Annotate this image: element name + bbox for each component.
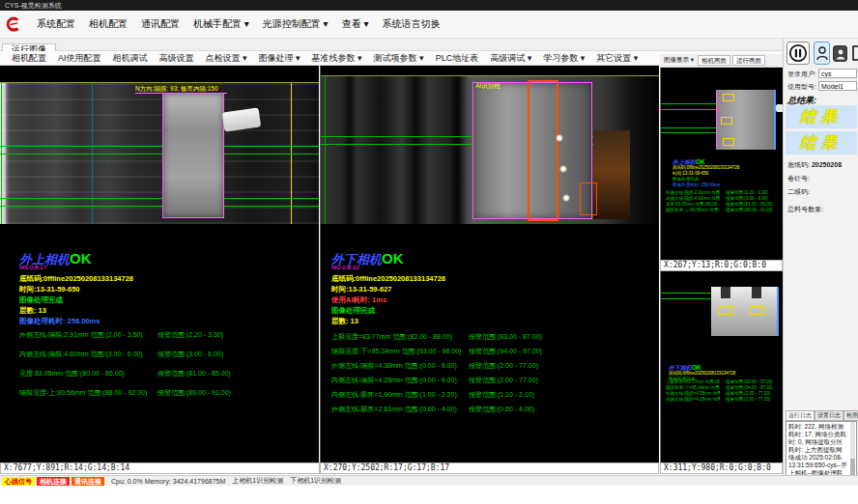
tool-other-settings[interactable]: 其它设置 ▾ — [590, 52, 644, 65]
log-scrollbar-thumb[interactable] — [850, 459, 855, 476]
measurement-value: 外侧左线-隔膜:2.91mm 范围:(2.00 - 3.50) — [19, 330, 143, 340]
aux-bottom-camera-view[interactable]: 外下相机OK 底纸码:0ffline20250208133134728 图像处理… — [660, 271, 783, 462]
menu-item-light-config[interactable]: 光源控制配置 ▾ — [256, 17, 335, 31]
exit-door-icon — [850, 44, 858, 62]
menu-item-comm-config[interactable]: 通讯配置 — [134, 17, 186, 31]
measurement-value: 宽度:83.05mm 范围:(80.00 - 86.00) — [19, 369, 125, 378]
measurement-alarm: 报警范围:(2.00 - 77.00) — [469, 361, 538, 371]
tool-camera-debug[interactable]: 相机调试 — [107, 52, 154, 65]
measurement-row: 内侧左线-极耳=1.90mm 范围:(1.00 - 2.20) 报警范围:(1.… — [321, 390, 659, 400]
measurement-row: 内侧左线-隔膜:4.60mm 范围:(3.00 - 6.00) 报警范围:(3.… — [0, 350, 319, 359]
exit-button[interactable] — [850, 43, 858, 63]
switch-user-button[interactable] — [833, 45, 847, 62]
baseline-green — [661, 298, 711, 299]
log-tab-detect[interactable]: 检测日志 — [844, 410, 858, 421]
baseline-green — [661, 103, 716, 104]
menu-item-camera-config[interactable]: 相机配置 — [82, 17, 134, 31]
baseline-green — [661, 127, 716, 128]
tool-test-params[interactable]: 测试项参数 ▾ — [368, 52, 430, 65]
base-barcode-label: 底纸码: — [787, 161, 810, 168]
model-label: 使用型号: — [787, 83, 816, 90]
measurement-row: 隔膜宽度-上:90.56mm 范围:(88.00 - 92.00) 报警范围:(… — [0, 388, 319, 398]
baseline-green — [661, 132, 716, 133]
measurement-alarm: 报警范围:(2.20 - 3.30) — [157, 330, 223, 340]
measurement-row: 内侧左线-隔膜=4.28mm 范围:(0.00 - 9.00) 报警范围:(2.… — [321, 376, 659, 385]
tool-plc-address-table[interactable]: PLC地址表 — [430, 52, 485, 65]
tool-camera-config[interactable]: 相机配置 — [6, 52, 52, 65]
menu-item-system-config[interactable]: 系统配置 — [30, 17, 82, 31]
tool-spot-check[interactable]: 点检设置 ▾ — [200, 52, 253, 65]
result-box-2: 结果 — [786, 131, 857, 154]
login-user-row: 登录用户: — [787, 70, 857, 80]
overlay-done: 图像处理完成 — [19, 295, 133, 304]
log-tab-settings[interactable]: 设置日志 — [815, 410, 844, 421]
aux-view-tabs: 图像显示 ▾ 相机画面 运行画面 — [660, 54, 783, 68]
comm-connection-badge: 通讯连接 — [72, 477, 104, 486]
menu-item-robot-config[interactable]: 机械手配置 ▾ — [186, 17, 256, 31]
detection-marker — [719, 306, 732, 315]
part-notch — [721, 287, 730, 298]
aux-view-label[interactable]: 图像显示 ▾ — [660, 56, 696, 65]
baseline-green — [661, 109, 716, 110]
right-result-overlay: 外下相机OK MG:0;B:10 底纸码:0ffline202502081331… — [331, 254, 445, 325]
overlay-elapsed: 图像处理耗时: 258.00ms — [19, 317, 133, 325]
measurement-value: 上极宽度=83.77mm 范围:(82.00 - 88.00) — [331, 332, 452, 342]
pause-button[interactable] — [786, 42, 810, 65]
left-camera-image[interactable]: N方向:隔膜: 93; 极耳内隔:150 — [0, 82, 319, 224]
result-box-1: 结果 — [786, 105, 857, 128]
tool-baseline-params[interactable]: 基准线参数 ▾ — [306, 52, 368, 65]
overlay-time: 时间:13-31-59-627 — [331, 285, 445, 294]
measurement-row: 宽度:83.05mm 范围:(80.00 - 86.00) 报警范围:(81.0… — [0, 369, 319, 378]
tool-image-processing[interactable]: 图像处理 ▾ — [253, 52, 306, 65]
measurement-row: 外侧左线-隔膜=4.38mm 范围:(0.00 - 9.00) 报警范围:(2.… — [321, 361, 659, 371]
base-barcode-value: 20250208 — [812, 161, 842, 168]
login-user-button[interactable] — [814, 42, 830, 65]
login-user-input[interactable] — [818, 69, 857, 78]
menu-bar: 系统配置 相机配置 通讯配置 机械手配置 ▾ 光源控制配置 ▾ 查看 ▾ 系统语… — [0, 11, 858, 39]
status-bar: 心跳信号 相机连接 通讯连接 Cpu: 0.0% Memory: 3424.41… — [0, 475, 858, 486]
aux-top-camera-view[interactable]: 外上相机OK 底纸码:0ffline20250208133134728 时间:1… — [660, 68, 783, 260]
overlay-ai-time: 使用AI耗时: 1ms — [331, 295, 445, 304]
run-log-output: 耗时: 222, 网络检测耗时: 17, 网络分类耗时: 0, 网络提取分区耗时… — [786, 421, 857, 481]
machine-interior — [593, 130, 630, 219]
guide-line-green — [325, 76, 326, 224]
tool-advanced-debug[interactable]: 高级调试 ▾ — [484, 52, 537, 65]
baseline-green — [0, 206, 319, 207]
measurement-value: 隔膜宽度-下=95.24mm 范围:(93.00 - 98.00) — [331, 347, 461, 356]
tool-learning-params[interactable]: 学习参数 ▾ — [537, 52, 590, 65]
measurement-value: 外侧左线-隔膜=4.38mm 范围:(0.00 - 9.00) — [331, 361, 457, 371]
right-camera-image[interactable]: AI识别框 — [321, 75, 659, 224]
pause-icon — [788, 43, 808, 63]
model-row: 使用型号: — [787, 82, 857, 93]
menu-item-language-switch[interactable]: 系统语言切换 — [375, 17, 446, 31]
menu-item-view[interactable]: 查看 ▾ — [335, 17, 376, 31]
tool-ai-usage-config[interactable]: AI使用配置 — [52, 52, 107, 65]
measurement-value: 内侧左线-隔膜=4.28mm 范围:(0.00 - 9.00) — [331, 376, 457, 385]
left-camera-view[interactable]: N方向:隔膜: 93; 极耳内隔:150 外上相机OK MS:0;B:17 底纸… — [0, 66, 319, 462]
tool-advanced-settings[interactable]: 高级设置 — [154, 52, 200, 65]
measurement-alarm: 报警范围:(3.00 - 6.00) — [157, 350, 223, 359]
total-count-label: 总料号数量: — [787, 205, 823, 214]
left-pixel-coords: X:7677;Y:891;R:14;G:14;B:14 — [0, 462, 320, 474]
app-window: CYS-视觉检测系统 系统配置 相机配置 通讯配置 机械手配置 ▾ 光源控制配置… — [0, 0, 858, 504]
aux-top-image — [716, 90, 776, 150]
aux-tab-camera-view[interactable]: 相机画面 — [698, 55, 730, 66]
aux-bottom-pixel-coords: X:311;Y:980;R:0;G:0;B:0 — [660, 462, 783, 474]
model-input[interactable] — [818, 81, 857, 91]
right-camera-view[interactable]: AI识别框 外下相机OK MG:0;B:10 底纸码:0ffline202502… — [320, 66, 659, 462]
detection-marker — [723, 94, 734, 101]
measurement-alarm: 报警范围:(81.00 - 85.00) — [157, 369, 231, 378]
overlay-barcode: 底纸码:0ffline20250208133134728 — [331, 274, 445, 283]
overlay-layers: 层数: 13 — [19, 306, 133, 315]
view-tab-row: 运行图像 — [0, 39, 783, 51]
aux-tab-run-view[interactable]: 运行画面 — [732, 55, 765, 66]
part-connector — [776, 104, 783, 112]
user-dark-icon — [836, 48, 845, 60]
log-tab-run[interactable]: 运行日志 — [786, 410, 815, 421]
detection-marker — [723, 138, 734, 146]
left-result-overlay: 外上相机OK MS:0;B:17 底纸码:0ffline202502081331… — [19, 254, 133, 325]
measurement-alarm: 报警范围:(94.00 - 97.00) — [469, 347, 542, 356]
aux-top-pixel-coords: X:267;Y:13;R:0;G:0;B:0 — [660, 260, 783, 271]
measurement-row: 上极宽度=83.77mm 范围:(82.00 - 88.00) 报警范围:(83… — [321, 332, 659, 342]
measurement-value: 内侧左线-隔膜=4.28mm 范围:(0.00 - 9.00) — [666, 397, 720, 403]
